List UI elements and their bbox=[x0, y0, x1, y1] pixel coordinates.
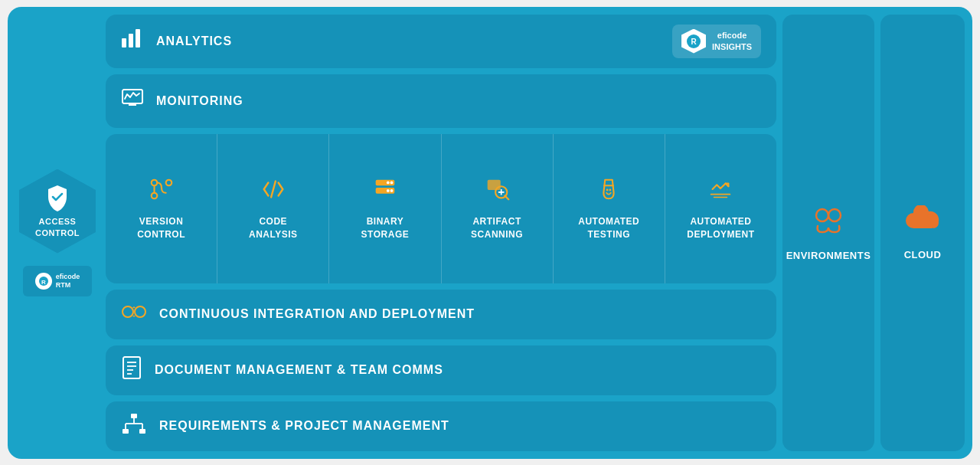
rtm-text-label: eficode RTM bbox=[56, 273, 80, 290]
access-control-hexagon: ACCESS CONTROL bbox=[19, 169, 96, 254]
svg-rect-21 bbox=[488, 180, 501, 190]
svg-rect-33 bbox=[123, 357, 140, 378]
svg-point-28 bbox=[609, 189, 612, 192]
svg-line-23 bbox=[505, 196, 509, 200]
cloud-label: CLOUD bbox=[904, 249, 942, 260]
binary-storage-item: BINARYSTORAGE bbox=[329, 134, 441, 283]
svg-point-11 bbox=[165, 180, 172, 186]
svg-point-20 bbox=[387, 189, 390, 192]
svg-rect-40 bbox=[139, 429, 145, 434]
automated-deployment-icon bbox=[707, 175, 734, 206]
version-control-icon bbox=[148, 175, 175, 206]
automated-testing-label: AUTOMATEDTESTING bbox=[578, 215, 639, 241]
main-container: ACCESS CONTROL R eficode RTM bbox=[8, 7, 972, 459]
binary-storage-icon bbox=[371, 175, 399, 206]
artifact-scanning-label: ARTIFACTSCANNING bbox=[471, 215, 523, 241]
automated-deployment-item: AUTOMATEDDEPLOYMENT bbox=[665, 134, 776, 283]
rtm-logo-icon: R bbox=[35, 273, 52, 290]
req-label: REQUIREMENTS & PROJECT MANAGEMENT bbox=[159, 419, 449, 433]
version-control-label: VERSIONCONTROL bbox=[137, 215, 185, 241]
center-area: ANALYTICS R eficode INSIGHTS bbox=[106, 15, 776, 451]
ci-icon bbox=[121, 300, 147, 329]
svg-point-18 bbox=[390, 189, 394, 192]
monitoring-icon bbox=[121, 88, 144, 113]
eficode-insights-badge: R eficode INSIGHTS bbox=[672, 25, 761, 58]
monitoring-label: MONITORING bbox=[156, 94, 243, 108]
ci-label: CONTINUOUS INTEGRATION AND DEPLOYMENT bbox=[159, 307, 475, 321]
svg-point-31 bbox=[122, 306, 133, 317]
analytics-row: ANALYTICS R eficode INSIGHTS bbox=[106, 15, 776, 68]
cloud-icon bbox=[904, 205, 941, 240]
code-analysis-icon bbox=[260, 175, 287, 206]
svg-rect-39 bbox=[122, 429, 129, 434]
code-analysis-item: CODEANALYSIS bbox=[217, 134, 329, 283]
version-control-item: VERSIONCONTROL bbox=[106, 134, 217, 283]
insights-text: eficode INSIGHTS bbox=[712, 30, 752, 52]
left-column: ACCESS CONTROL R eficode RTM bbox=[15, 15, 100, 451]
automated-testing-icon bbox=[595, 175, 622, 206]
doc-label: DOCUMENT MANAGEMENT & TEAM COMMS bbox=[155, 363, 443, 377]
binary-storage-label: BINARYSTORAGE bbox=[361, 215, 410, 241]
access-control-label: ACCESS CONTROL bbox=[35, 216, 80, 238]
svg-line-14 bbox=[271, 182, 276, 198]
environments-label: ENVIRONMENTS bbox=[786, 250, 871, 261]
code-analysis-label: CODEANALYSIS bbox=[249, 215, 298, 241]
doc-row: DOCUMENT MANAGEMENT & TEAM COMMS bbox=[106, 345, 776, 395]
automated-deployment-label: AUTOMATEDDEPLOYMENT bbox=[687, 215, 754, 241]
doc-icon bbox=[121, 355, 142, 385]
svg-text:R: R bbox=[41, 279, 46, 286]
svg-point-32 bbox=[135, 306, 145, 317]
environments-icon bbox=[812, 205, 845, 241]
svg-rect-2 bbox=[122, 38, 126, 47]
svg-rect-3 bbox=[129, 34, 133, 47]
insights-logo-icon: R bbox=[681, 29, 706, 54]
analytics-icon bbox=[121, 28, 144, 54]
svg-text:R: R bbox=[691, 38, 697, 46]
svg-point-45 bbox=[816, 209, 828, 221]
automated-testing-item: AUTOMATEDTESTING bbox=[554, 134, 665, 283]
svg-point-19 bbox=[387, 182, 390, 185]
right-column: ANALYTICS R eficode INSIGHTS bbox=[106, 15, 965, 451]
svg-point-12 bbox=[151, 193, 157, 199]
environments-column: ENVIRONMENTS bbox=[782, 15, 874, 451]
ci-row: CONTINUOUS INTEGRATION AND DEPLOYMENT bbox=[106, 290, 776, 339]
tools-row: VERSIONCONTROL CODEANALYSIS bbox=[106, 134, 776, 283]
req-row: REQUIREMENTS & PROJECT MANAGEMENT bbox=[106, 401, 776, 451]
artifact-scanning-item: ARTIFACTSCANNING bbox=[442, 134, 554, 283]
monitoring-row: MONITORING bbox=[106, 74, 776, 128]
svg-point-46 bbox=[828, 209, 841, 221]
eficode-rtm-badge: R eficode RTM bbox=[23, 266, 92, 296]
req-icon bbox=[121, 412, 147, 440]
svg-point-10 bbox=[151, 180, 157, 186]
shield-icon bbox=[45, 184, 70, 211]
svg-point-17 bbox=[390, 182, 394, 185]
analytics-label: ANALYTICS bbox=[156, 34, 232, 48]
cloud-column: CLOUD bbox=[880, 15, 965, 451]
svg-rect-4 bbox=[136, 29, 140, 47]
svg-rect-38 bbox=[131, 414, 137, 418]
svg-point-27 bbox=[606, 189, 609, 192]
artifact-scanning-icon bbox=[483, 175, 511, 206]
